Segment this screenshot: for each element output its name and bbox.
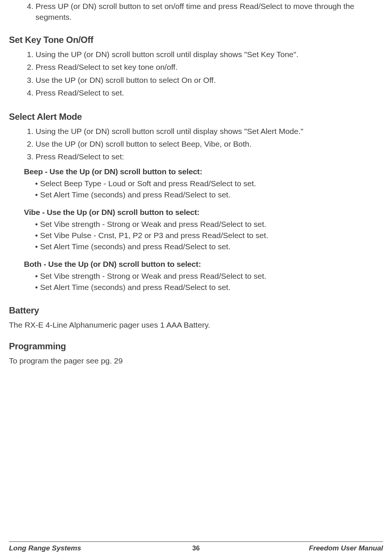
footer-right: Freedom User Manual (309, 544, 383, 552)
subheading-beep: Beep - Use the Up (or DN) scroll button … (24, 167, 383, 176)
section-programming: Programming To program the pager see pg.… (9, 341, 383, 366)
subheading-vibe: Vibe - Use the Up (or DN) scroll button … (24, 208, 383, 217)
list-item: 1. Using the UP (or DN) scroll button sc… (27, 49, 383, 60)
list-item: Set Vibe strength - Strong or Weak and p… (35, 271, 383, 281)
subheading-both: Both - Use the Up (or DN) scroll button … (24, 260, 383, 269)
section-battery: Battery The RX-E 4-Line Alphanumeric pag… (9, 305, 383, 330)
list-item: Set Vibe strength - Strong or Weak and p… (35, 219, 383, 229)
alert-mode-steps: 1. Using the UP (or DN) scroll button sc… (27, 126, 383, 163)
orphan-step-4: 4. Press UP (or DN) scroll button to set… (27, 1, 383, 23)
page-content: 4. Press UP (or DN) scroll button to set… (9, 0, 383, 366)
heading-alert-mode: Select Alert Mode (9, 112, 383, 122)
list-item: 4. Press Read/Select to set. (27, 87, 383, 99)
list-item: Set Vibe Pulse - Cnst, P1, P2 or P3 and … (35, 230, 383, 241)
list-item: 2. Use the UP (or DN) scroll button to s… (27, 138, 383, 150)
list-item: 3. Use the UP (or DN) scroll button to s… (27, 75, 383, 86)
vibe-bullets: Set Vibe strength - Strong or Weak and p… (35, 219, 383, 252)
key-tone-steps: 1. Using the UP (or DN) scroll button sc… (27, 49, 383, 99)
section-alert-mode: Select Alert Mode 1. Using the UP (or DN… (9, 112, 383, 293)
list-item: Set Alert Time (seconds) and press Read/… (35, 241, 383, 252)
list-item: 1. Using the UP (or DN) scroll button sc… (27, 126, 383, 137)
footer-page-number: 36 (192, 544, 200, 552)
both-bullets: Set Vibe strength - Strong or Weak and p… (35, 271, 383, 293)
list-item: Select Beep Type - Loud or Soft and pres… (35, 178, 383, 189)
heading-battery: Battery (9, 305, 383, 316)
list-item: Set Alert Time (seconds) and press Read/… (35, 282, 383, 293)
list-item: Set Alert Time (seconds) and press Read/… (35, 190, 383, 200)
list-item: 3. Press Read/Select to set: (27, 151, 383, 162)
page-footer: Long Range Systems 36 Freedom User Manua… (9, 541, 383, 552)
list-item: 2. Press Read/Select to set key tone on/… (27, 62, 383, 73)
footer-left: Long Range Systems (9, 544, 81, 552)
beep-bullets: Select Beep Type - Loud or Soft and pres… (35, 178, 383, 200)
heading-key-tone: Set Key Tone On/Off (9, 35, 383, 45)
section-key-tone: Set Key Tone On/Off 1. Using the UP (or … (9, 35, 383, 99)
heading-programming: Programming (9, 341, 383, 352)
battery-text: The RX-E 4-Line Alphanumeric pager uses … (9, 319, 383, 330)
programming-text: To program the pager see pg. 29 (9, 355, 383, 366)
